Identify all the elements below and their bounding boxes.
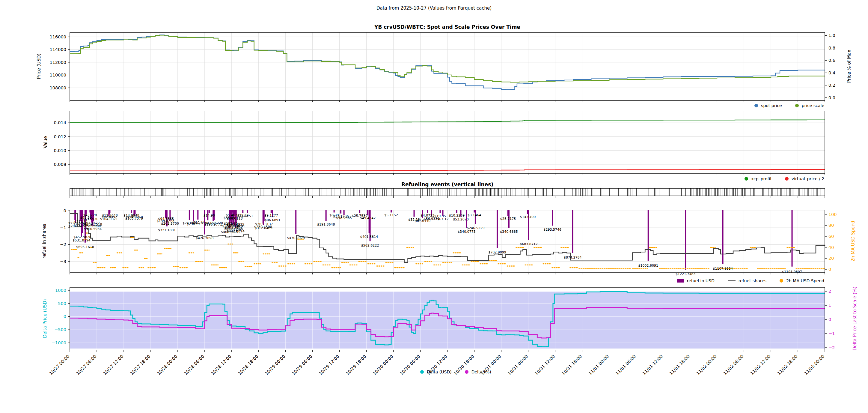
svg-text:−1: −1 xyxy=(829,331,835,336)
refuel-annotation: $67.12 xyxy=(437,217,449,221)
svg-text:2: 2 xyxy=(829,289,831,294)
refuel-annotation: $470.2029 xyxy=(287,236,305,240)
svg-text:0.8: 0.8 xyxy=(829,46,835,50)
svg-text:0.008: 0.008 xyxy=(54,162,66,167)
svg-text:20: 20 xyxy=(829,256,834,261)
legend-label: refuel_shares xyxy=(739,278,766,283)
refuel-annotation: $603.8712 xyxy=(520,242,538,246)
svg-text:−2: −2 xyxy=(829,345,835,350)
x-tick-label: 11/02 12:00 xyxy=(750,354,772,376)
refuel-annotation: $63.5936 xyxy=(83,217,99,221)
legend-marker-line xyxy=(728,281,736,281)
svg-text:−500: −500 xyxy=(54,327,66,332)
svg-text:110000: 110000 xyxy=(50,72,66,78)
x-tick-label: 10/30 00:00 xyxy=(372,354,394,376)
refuel-annotation: $293.5746 xyxy=(544,228,562,232)
legend-label: Delta (%) xyxy=(471,370,491,374)
svg-text:100: 100 xyxy=(829,212,837,217)
chart-delta: 10005000−500−1000210−1−210/27 00:0010/27… xyxy=(48,287,835,376)
legend-label: refuel in USD xyxy=(687,278,715,283)
refuel-annotation: $312.8489 xyxy=(254,226,273,230)
x-tick-label: 11/02 00:00 xyxy=(696,354,718,376)
chart1-legend: spot priceprice scale xyxy=(745,103,824,108)
x-tick-label: 10/27 18:00 xyxy=(129,354,151,376)
chart-refuel-events-strip xyxy=(70,188,825,198)
x-tick-label: 11/01 18:00 xyxy=(669,354,691,376)
legend-item: Delta (%) xyxy=(465,370,491,374)
refuel-annotation: $874.2784 xyxy=(564,256,582,260)
figure-root: { "figure": {"suptitle": "Data from 2025… xyxy=(0,0,868,413)
x-tick-label: 10/28 00:00 xyxy=(156,354,178,376)
refuel-annotation: $3.1464 xyxy=(468,213,482,217)
svg-text:80: 80 xyxy=(829,223,834,228)
chart3-legend: refuel in USDrefuel_shares2h MA USD Spen… xyxy=(668,278,824,283)
refuel-annotation: $265.4131 xyxy=(227,224,245,228)
svg-text:1: 1 xyxy=(829,303,831,308)
legend-marker-dot xyxy=(465,370,468,374)
legend-marker-dot xyxy=(780,279,783,283)
legend-label: xcp_profit xyxy=(751,176,772,181)
svg-text:−1: −1 xyxy=(60,225,66,230)
svg-text:0.010: 0.010 xyxy=(54,148,66,153)
svg-text:60: 60 xyxy=(829,234,834,239)
svg-text:0.014: 0.014 xyxy=(54,120,66,125)
x-tick-label: 10/29 12:00 xyxy=(318,354,340,376)
refuel-annotation: $442.6874 xyxy=(227,230,245,233)
refuel-annotation: $54.6318 xyxy=(127,215,143,219)
svg-text:0: 0 xyxy=(829,267,831,272)
refuel-annotation: $53.2070 xyxy=(453,217,469,222)
refuel-annotation: $1002.6091 xyxy=(638,264,658,268)
refuel-annotation: $202.5700 xyxy=(161,222,179,226)
svg-text:−1000: −1000 xyxy=(52,341,66,345)
svg-text:0: 0 xyxy=(829,317,831,322)
x-tick-label: 10/31 18:00 xyxy=(561,354,583,376)
refuel-annotation: $203.3137 xyxy=(255,222,273,226)
refuel-annotation: $702.9099 xyxy=(488,250,506,254)
x-tick-label: 11/02 18:00 xyxy=(776,354,799,376)
legend-label: price scale xyxy=(802,103,824,108)
x-tick-label: 10/29 06:00 xyxy=(291,354,313,376)
refuel-annotation: $562.6222 xyxy=(361,243,379,247)
x-tick-label: 10/28 06:00 xyxy=(183,354,205,376)
legend-item: refuel in USD xyxy=(677,278,715,283)
legend-label: virtual_price / 2 xyxy=(792,176,824,181)
refuel-annotation: $4.0720 xyxy=(83,213,97,217)
svg-text:0.012: 0.012 xyxy=(54,135,66,139)
chart2-legend: xcp_profitvirtual_price / 2 xyxy=(736,176,824,181)
svg-text:40: 40 xyxy=(829,245,834,250)
refuel-annotation: $49.4342 xyxy=(360,216,376,220)
x-tick-label: 10/27 00:00 xyxy=(48,354,70,376)
svg-text:−3: −3 xyxy=(60,259,66,264)
svg-text:0: 0 xyxy=(64,314,66,319)
refuel-annotation: $5.1152 xyxy=(384,213,398,217)
refuel-annotation: $246.5229 xyxy=(467,226,485,230)
svg-text:0.6: 0.6 xyxy=(829,58,835,63)
svg-text:108000: 108000 xyxy=(50,86,66,90)
x-tick-label: 10/27 06:00 xyxy=(75,354,97,376)
legend-marker-dot xyxy=(420,370,424,374)
refuel-annotation: $191.8648 xyxy=(317,223,335,227)
legend-item: price scale xyxy=(795,103,824,108)
x-tick-label: 11/01 06:00 xyxy=(615,354,637,376)
legend-marker-dot xyxy=(754,104,758,107)
chart-refuel: $230.37$284.74$275.06$211.31$452.9828$53… xyxy=(60,208,837,276)
legend-marker-dot xyxy=(745,177,748,181)
legend-item: spot price xyxy=(754,103,782,108)
legend-item: Delta (USD) xyxy=(420,370,452,374)
refuel-annotation: $695.1618 xyxy=(76,245,94,249)
chart-value: 0.0080.0100.0120.014 xyxy=(54,111,825,175)
svg-text:−2: −2 xyxy=(60,242,66,247)
svg-text:0.0: 0.0 xyxy=(829,95,835,100)
x-tick-label: 10/28 12:00 xyxy=(210,354,232,376)
refuel-annotation: $327.1801 xyxy=(158,228,176,232)
x-tick-label: 10/31 06:00 xyxy=(507,354,529,376)
legend-marker-dot xyxy=(785,177,788,181)
legend-label: spot price xyxy=(761,103,782,108)
refuel-annotation: $9.1277 xyxy=(265,213,278,217)
refuel-annotation: $14.6490 xyxy=(520,215,536,219)
x-tick-label: 11/02 06:00 xyxy=(723,354,745,376)
svg-text:116000: 116000 xyxy=(50,34,66,39)
legend-item: refuel_shares xyxy=(728,278,766,283)
chart-prices: 1080001100001120001140001160000.00.20.40… xyxy=(50,32,835,102)
x-tick-label: 11/03 00:00 xyxy=(803,354,826,376)
